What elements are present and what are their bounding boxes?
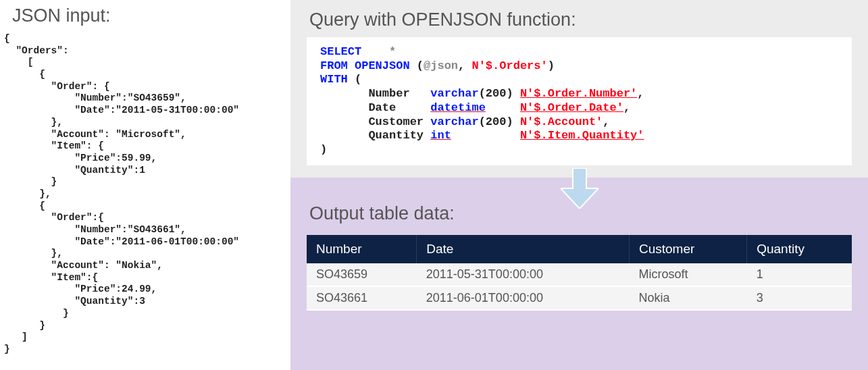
kw-openjson: OPENJSON <box>355 59 410 72</box>
query-heading: Query with OPENJSON function: <box>309 9 852 30</box>
col-type-2: varchar <box>430 115 478 128</box>
col-name-3: Quantity <box>368 129 424 142</box>
cell-customer: Microsoft <box>629 263 746 286</box>
close-paren: ) <box>320 143 327 156</box>
cell-date: 2011-06-01T00:00:00 <box>417 286 630 310</box>
sql-code-box: SELECT * FROM OPENJSON (@json, N'$.Order… <box>307 37 852 165</box>
th-number: Number <box>307 235 417 263</box>
kw-from: FROM <box>320 59 348 72</box>
col-name-0: Number <box>368 87 409 100</box>
th-customer: Customer <box>629 235 746 263</box>
json-input-heading: JSON input: <box>12 5 290 26</box>
cell-customer: Nokia <box>629 286 746 310</box>
json-input-code: { "Orders": [ { "Order": { "Number":"SO4… <box>3 33 290 356</box>
col-path-2: N'$.Account' <box>520 115 603 128</box>
col-type-0: varchar <box>430 87 478 100</box>
kw-with: WITH <box>320 73 348 86</box>
col-path-0: N'$.Order.Number' <box>520 87 637 100</box>
sql-orders-path: N'$.Orders' <box>471 59 547 72</box>
col-path-3: N'$.Item.Quantity' <box>520 129 644 142</box>
th-date: Date <box>417 235 630 263</box>
col-type-3: int <box>430 129 451 142</box>
col-type-1: datetime <box>430 101 486 114</box>
col-path-1: N'$.Order.Date' <box>520 101 623 114</box>
kw-select: SELECT <box>320 45 361 58</box>
table-header-row: Number Date Customer Quantity <box>307 235 852 263</box>
output-panel: Output table data: Number Date Customer … <box>290 178 868 370</box>
cell-quantity: 3 <box>747 286 852 310</box>
cell-number: SO43659 <box>307 263 417 286</box>
cell-quantity: 1 <box>747 263 852 286</box>
cell-number: SO43661 <box>307 286 417 310</box>
cell-date: 2011-05-31T00:00:00 <box>417 263 630 286</box>
table-row: SO43659 2011-05-31T00:00:00 Microsoft 1 <box>307 263 852 286</box>
right-column: Query with OPENJSON function: SELECT * F… <box>290 0 868 370</box>
sql-var-json: @json <box>424 59 458 72</box>
svg-marker-0 <box>561 168 598 209</box>
kw-star: * <box>389 45 396 58</box>
th-quantity: Quantity <box>747 235 852 263</box>
col-name-1: Date <box>368 101 396 114</box>
json-input-panel: JSON input: { "Orders": [ { "Order": { "… <box>0 0 290 370</box>
table-row: SO43661 2011-06-01T00:00:00 Nokia 3 <box>307 286 852 310</box>
query-panel: Query with OPENJSON function: SELECT * F… <box>290 0 868 178</box>
col-name-2: Customer <box>368 115 424 128</box>
output-table: Number Date Customer Quantity SO43659 20… <box>307 235 852 311</box>
flow-arrow-icon <box>561 168 598 209</box>
open-paren: ( <box>355 73 361 86</box>
